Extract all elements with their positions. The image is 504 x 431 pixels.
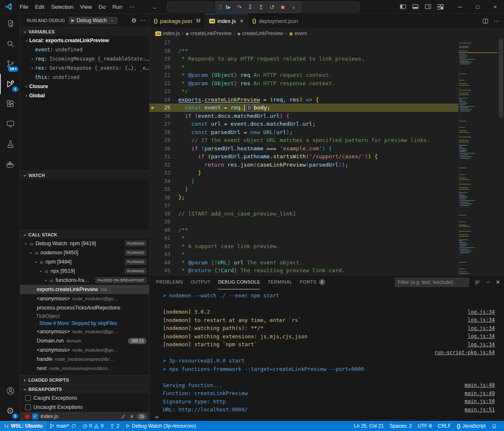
callstack-frame[interactable]: <anonymous>node_modules/@go…	[20, 294, 149, 303]
toggle-panel-icon[interactable]	[412, 3, 419, 10]
callstack-session[interactable]: ›nodemon [9450]RUNNING	[20, 248, 149, 257]
code-line-33[interactable]: 33 }	[149, 169, 458, 177]
minimap[interactable]	[458, 38, 498, 275]
activity-search[interactable]	[0, 34, 20, 54]
code-line-44[interactable]: 44 * @param {!URL} url The event object.	[149, 259, 458, 267]
code-line-32[interactable]: 32 return res.json(caseLinkPreview(parse…	[149, 161, 458, 169]
breakpoint-row[interactable]: Uncaught Exceptions	[20, 403, 149, 412]
close-panel-icon[interactable]: ×	[496, 279, 500, 286]
line-number[interactable]: 32	[156, 162, 170, 168]
activity-run-and-debug[interactable]: 1	[0, 74, 20, 94]
panel-tab-output[interactable]: OUTPUT	[190, 275, 210, 289]
callstack-frame[interactable]: <anonymous>node_modules/@go…	[20, 327, 149, 336]
debug-continue-button[interactable]: ▶	[223, 3, 233, 12]
section-header-loaded-scripts[interactable]: › LOADED SCRIPTS	[20, 375, 149, 384]
code-line-29[interactable]: 29 // If the event object URL matches a …	[149, 136, 458, 145]
code-line-31[interactable]: 31 if (parsedUrl.pathname.startsWith('/s…	[149, 152, 458, 161]
views-more-actions-icon[interactable]: ⋯	[140, 17, 146, 23]
line-number[interactable]: 27	[156, 121, 170, 127]
line-number[interactable]: 21	[156, 72, 170, 78]
section-header-watch[interactable]: › WATCH	[20, 170, 149, 180]
code-line-24[interactable]: 24exports.createLinkPreview = (req, res)…	[149, 96, 458, 104]
source-link[interactable]: main.js:48	[465, 382, 495, 388]
code-line-28[interactable]: 28 const parsedUrl = new URL(url);	[149, 128, 458, 137]
source-link[interactable]: log.js:34	[468, 317, 495, 323]
callstack-frame[interactable]: nextnode_modules/express/lib/ro…	[20, 364, 149, 373]
line-number[interactable]: 31	[156, 153, 170, 160]
source-link[interactable]: main.js:51	[465, 407, 495, 413]
variable-row[interactable]: ›res:ServerResponse {_events: {…}, _e…	[20, 63, 149, 73]
line-number[interactable]: 24	[156, 96, 170, 103]
line-number[interactable]: 25	[156, 104, 170, 111]
debug-configure-gear-icon[interactable]: ⚙	[131, 17, 137, 24]
maximize-button[interactable]: □	[469, 0, 486, 14]
activity-explorer[interactable]	[0, 14, 20, 34]
line-number[interactable]: 43	[156, 251, 170, 257]
source-link[interactable]: log.js:34	[468, 325, 495, 331]
menu-item[interactable]: Go	[95, 2, 109, 12]
console-input-row[interactable]: >	[149, 413, 504, 421]
toggle-secondary-sidebar-icon[interactable]	[425, 3, 431, 10]
code-line-42[interactable]: 42 * A support case link preview.	[149, 242, 458, 251]
debug-step-over-button[interactable]: ↷	[234, 3, 244, 12]
line-number[interactable]: 34	[156, 178, 170, 184]
breadcrumb-item[interactable]: JSindex.js	[155, 30, 180, 36]
drag-handle-icon[interactable]	[218, 4, 223, 10]
activity-testing[interactable]	[0, 134, 20, 154]
activity-source-control[interactable]: 1K+	[0, 54, 20, 74]
breakpoint-checkbox[interactable]	[25, 395, 31, 401]
line-number[interactable]: 41	[156, 235, 170, 241]
line-number[interactable]: 37	[156, 202, 170, 208]
code-line-43[interactable]: 43 *	[149, 250, 458, 259]
source-link[interactable]: log.js:34	[468, 333, 495, 339]
variable-row[interactable]: ›req:IncomingMessage {_readableState:…	[20, 54, 149, 63]
section-header-breakpoints[interactable]: › BREAKPOINTS	[20, 384, 149, 393]
minimize-button[interactable]: ─	[451, 0, 469, 14]
code-line-25[interactable]: ▶25 const event = req.Dbody;	[149, 104, 458, 112]
editor-scrollbar[interactable]	[498, 38, 504, 275]
callstack-frame[interactable]: exports.createLinkPreviewind…	[20, 285, 149, 294]
line-number[interactable]: 35	[156, 186, 170, 192]
debug-session-status[interactable]: Debug Watch (3p-resources)	[122, 421, 199, 431]
back-arrow-icon[interactable]: ←	[152, 3, 158, 10]
callstack-session[interactable]: ›npx [9519]RUNNING	[20, 266, 149, 276]
menu-item[interactable]: View	[77, 2, 95, 12]
code-line-40[interactable]: 40/**	[149, 226, 458, 234]
debug-stop-button[interactable]: ■	[278, 3, 288, 12]
cursor-position[interactable]: Ln 25, Col 21	[351, 421, 387, 431]
source-link[interactable]: run-script-pkg.js:64	[435, 350, 495, 355]
close-icon[interactable]: ×	[240, 18, 243, 24]
code-line-37[interactable]: 37	[149, 201, 458, 210]
code-line-38[interactable]: 38// [START add_ons_case_preview_link]	[149, 210, 458, 218]
tab-package.json[interactable]: {}package.jsonM	[149, 14, 205, 28]
git-branch-status[interactable]: main*	[46, 421, 79, 431]
line-number[interactable]: 20	[156, 64, 170, 70]
panel-tab-problems[interactable]: PROBLEMS	[156, 275, 183, 289]
breadcrumb-item[interactable]: ◆createLinkPreview	[237, 30, 283, 36]
breakpoint-checkbox[interactable]	[25, 404, 31, 410]
remove-breakpoint-icon[interactable]: ×	[129, 413, 134, 420]
remote-indicator[interactable]: WSL: Ubuntu	[0, 421, 46, 431]
toggle-primary-sidebar-icon[interactable]	[400, 3, 406, 10]
section-header-variables[interactable]: › VARIABLES	[20, 27, 149, 36]
line-number[interactable]: 45	[156, 267, 170, 274]
callstack-frame[interactable]: <anonymous>node_modules/@go…	[20, 345, 149, 355]
breakpoint-row[interactable]: Caught Exceptions	[20, 393, 149, 403]
callstack-session[interactable]: ›Debug Watch: npm [9419]RUNNING	[20, 239, 149, 248]
source-link[interactable]: main.js:49	[465, 390, 495, 396]
line-number[interactable]: 22	[156, 80, 170, 86]
code-line-39[interactable]: 39	[149, 218, 458, 226]
code-line-45[interactable]: 45 * @return {!Card} The resulting previ…	[149, 266, 458, 275]
eol-status[interactable]: CRLF	[435, 421, 453, 431]
debug-launch-picker[interactable]: ▶ Debug Watch ›	[68, 17, 118, 24]
variable-row[interactable]: ›Local: exports.createLinkPreview	[20, 36, 149, 45]
variable-row[interactable]: ›Global	[20, 91, 149, 100]
code-line-41[interactable]: 41 *	[149, 234, 458, 242]
show-more-link[interactable]: Show 4 More: Skipped by skipFiles	[39, 320, 117, 326]
line-number[interactable]: 40	[156, 227, 170, 233]
variable-row[interactable]: ›event:undefined	[20, 45, 149, 54]
debug-step-out-button[interactable]: ↥	[256, 3, 266, 12]
code-line-23[interactable]: 23 */	[149, 87, 458, 96]
code-line-22[interactable]: 22 * @param {Object} res An HTTP respons…	[149, 79, 458, 88]
source-link[interactable]: main.js:50	[465, 398, 495, 404]
